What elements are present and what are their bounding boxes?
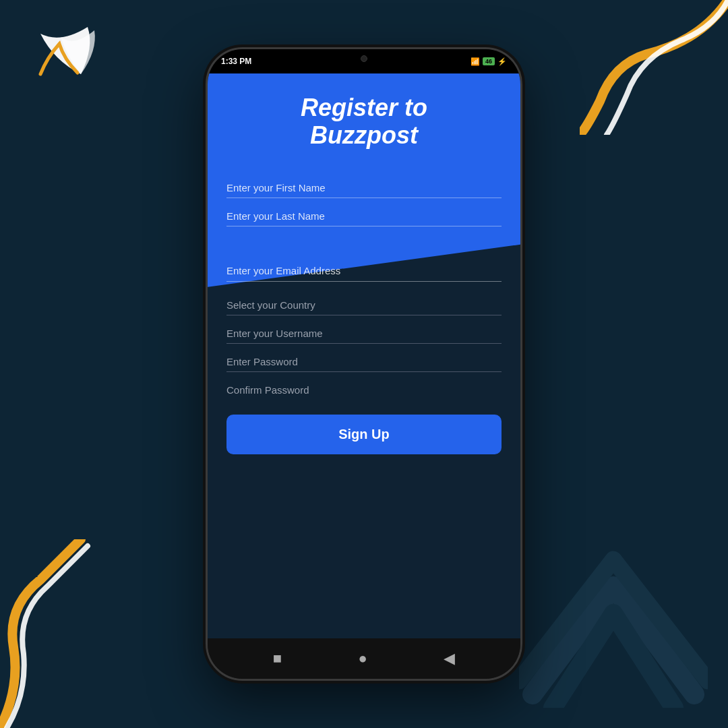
- first-name-placeholder: Enter your First Name: [226, 182, 502, 193]
- dark-form-area: Select your Country Enter your Username …: [208, 287, 520, 638]
- status-time: 1:33 PM: [221, 57, 251, 66]
- status-bar: 1:33 PM 📶 46 ⚡: [208, 49, 520, 73]
- status-icons: 📶 46 ⚡: [471, 57, 507, 66]
- confirm-password-field[interactable]: Confirm Password: [226, 372, 502, 400]
- home-button[interactable]: ●: [359, 650, 367, 667]
- last-name-placeholder: Enter your Last Name: [226, 210, 502, 222]
- diagonal-section: Enter your Email Address: [208, 226, 520, 287]
- country-placeholder: Select your Country: [226, 299, 502, 311]
- email-placeholder: Enter your Email Address: [226, 265, 340, 276]
- stop-button[interactable]: ■: [273, 650, 282, 667]
- register-title: Register to Buzzpost: [208, 94, 520, 170]
- phone-screen: Register to Buzzpost Enter your First Na…: [208, 73, 520, 679]
- wifi-icon: 📶: [471, 57, 480, 66]
- front-camera: [361, 55, 367, 62]
- back-button[interactable]: ◀: [444, 650, 455, 667]
- top-right-decoration: [580, 0, 728, 135]
- password-field[interactable]: Enter Password: [226, 344, 502, 372]
- country-field[interactable]: Select your Country: [226, 287, 502, 315]
- sign-up-button[interactable]: Sign Up: [226, 415, 502, 454]
- password-placeholder: Enter Password: [226, 356, 502, 367]
- last-name-field[interactable]: Enter your Last Name: [226, 198, 502, 226]
- blue-form-area: Enter your First Name Enter your Last Na…: [208, 170, 520, 226]
- logo: [27, 20, 115, 88]
- notch: [320, 49, 408, 68]
- first-name-field[interactable]: Enter your First Name: [226, 170, 502, 198]
- battery-icon: 46: [483, 57, 495, 65]
- nav-bar: ■ ● ◀: [208, 638, 520, 679]
- screen-header: Register to Buzzpost: [208, 73, 520, 170]
- bottom-right-chevrons: [519, 533, 708, 708]
- confirm-password-placeholder: Confirm Password: [226, 384, 502, 396]
- username-field[interactable]: Enter your Username: [226, 315, 502, 344]
- email-field[interactable]: Enter your Email Address: [226, 265, 502, 282]
- phone-mockup: 1:33 PM 📶 46 ⚡ Register to Buzzpost Ente…: [206, 47, 522, 681]
- charging-icon: ⚡: [497, 57, 507, 66]
- username-placeholder: Enter your Username: [226, 328, 502, 339]
- bottom-left-decoration: [0, 539, 135, 728]
